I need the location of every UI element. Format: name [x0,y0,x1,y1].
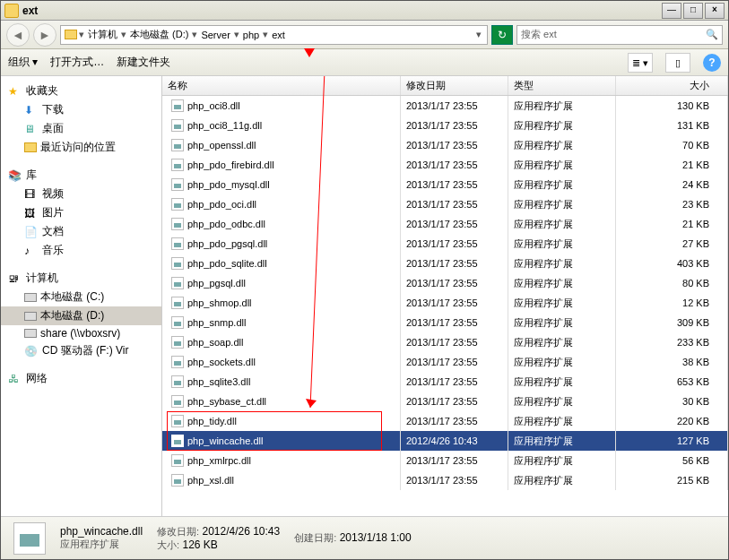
sidebar-item-videos[interactable]: 🎞视频 [1,185,161,203]
file-size: 80 KB [616,273,728,293]
column-name[interactable]: 名称 [162,76,401,95]
file-size: 233 KB [616,332,728,352]
file-size: 653 KB [616,372,728,392]
organize-menu[interactable]: 组织 ▾ [8,55,38,70]
file-row[interactable]: php_oci8_11g.dll2013/1/17 23:55应用程序扩展131… [162,116,728,135]
dropdown-icon[interactable]: ▾ [474,29,483,40]
file-type: 应用程序扩展 [508,470,616,490]
drive-icon [24,312,37,321]
column-size[interactable]: 大小 [616,76,728,95]
file-row[interactable]: php_sqlite3.dll2013/1/17 23:55应用程序扩展653 … [162,372,728,392]
breadcrumb-segment[interactable]: 本地磁盘 (D:) [128,28,190,41]
search-icon: 🔍 [706,29,718,40]
sidebar-item-downloads[interactable]: ⬇下载 [1,100,161,119]
close-button[interactable]: × [705,3,725,19]
file-size: 130 KB [616,96,728,116]
dll-icon [171,159,184,171]
file-row[interactable]: php_soap.dll2013/1/17 23:55应用程序扩展233 KB [162,332,728,352]
file-size: 27 KB [616,234,728,254]
dll-icon [171,375,184,388]
file-date: 2013/1/17 23:55 [401,372,508,392]
library-icon: 📚 [8,169,22,182]
sidebar-item-documents[interactable]: 📄文档 [1,222,161,241]
music-icon: ♪ [24,245,39,257]
breadcrumb-segment[interactable]: 计算机 [86,28,119,41]
file-name: php_pdo_sqlite.dll [187,258,267,269]
file-row[interactable]: php_openssl.dll2013/1/17 23:55应用程序扩展70 K… [162,135,728,155]
back-button[interactable]: ◄ [6,23,30,47]
file-row[interactable]: php_pdo_sqlite.dll2013/1/17 23:55应用程序扩展4… [162,254,728,273]
file-type: 应用程序扩展 [508,372,616,392]
breadcrumb-segment[interactable]: php [241,30,261,40]
dll-icon [171,336,184,349]
new-folder-button[interactable]: 新建文件夹 [117,55,170,70]
open-with-button[interactable]: 打开方式… [50,55,104,70]
refresh-button[interactable]: ↻ [491,25,513,45]
file-name: php_sockets.dll [187,357,256,367]
file-name: php_oci8.dll [187,100,240,111]
sidebar-item-cd[interactable]: 💿CD 驱动器 (F:) Vir [1,341,161,360]
sidebar-item-share[interactable]: share (\\vboxsrv) [1,325,161,341]
file-row[interactable]: php_xmlrpc.dll2013/1/17 23:55应用程序扩展56 KB [162,451,728,470]
download-icon: ⬇ [24,104,39,116]
file-row[interactable]: php_shmop.dll2013/1/17 23:55应用程序扩展12 KB [162,293,728,313]
help-button[interactable]: ? [703,54,721,72]
forward-button[interactable]: ► [33,23,56,47]
document-icon: 📄 [24,226,39,238]
maximize-button[interactable]: □ [683,3,703,19]
search-input[interactable]: 搜索 ext 🔍 [516,25,723,45]
sidebar-item-recent[interactable]: 最近访问的位置 [1,138,161,157]
file-row[interactable]: php_pdo_oci.dll2013/1/17 23:55应用程序扩展23 K… [162,194,728,214]
view-options-button[interactable]: ≣ ▾ [628,53,653,73]
sidebar-item-desktop[interactable]: 🖥桌面 [1,119,161,138]
preview-created-col: 创建日期: 2013/1/18 1:00 [294,531,411,545]
file-type: 应用程序扩展 [508,431,616,451]
file-type: 应用程序扩展 [508,451,616,470]
preview-pane: php_wincache.dll 应用程序扩展 修改日期: 2012/4/26 … [1,516,728,559]
folder-icon [65,30,77,39]
titlebar: ext — □ × [1,1,728,21]
breadcrumb-segment[interactable]: ext [270,30,287,40]
file-row[interactable]: php_oci8.dll2013/1/17 23:55应用程序扩展130 KB [162,96,728,116]
file-row[interactable]: php_xsl.dll2013/1/17 23:55应用程序扩展215 KB [162,470,728,490]
file-row[interactable]: php_sockets.dll2013/1/17 23:55应用程序扩展38 K… [162,352,728,372]
file-row[interactable]: php_snmp.dll2013/1/17 23:55应用程序扩展309 KB [162,313,728,332]
library-group[interactable]: 📚库 [1,166,161,185]
sidebar-item-drive-c[interactable]: 本地磁盘 (C:) [1,288,161,306]
file-date: 2013/1/17 23:55 [401,313,508,332]
file-row[interactable]: php_pdo_mysql.dll2013/1/17 23:55应用程序扩展24… [162,175,728,194]
computer-group[interactable]: 🖳计算机 [1,269,161,288]
dll-icon [171,218,184,230]
file-date: 2012/4/26 10:43 [401,431,508,451]
file-row[interactable]: php_tidy.dll2013/1/17 23:55应用程序扩展220 KB [162,411,728,431]
file-row[interactable]: php_pdo_odbc.dll2013/1/17 23:55应用程序扩展21 … [162,214,728,234]
dll-icon [171,454,184,467]
file-row[interactable]: php_sybase_ct.dll2013/1/17 23:55应用程序扩展30… [162,392,728,411]
file-row[interactable]: php_pdo_firebird.dll2013/1/17 23:55应用程序扩… [162,155,728,175]
network-group[interactable]: 🖧网络 [1,369,161,388]
folder-icon [24,142,37,152]
sidebar-item-music[interactable]: ♪音乐 [1,241,161,260]
breadcrumb-segment[interactable]: Server [199,30,231,40]
favorites-group[interactable]: ★收藏夹 [1,82,161,100]
minimize-button[interactable]: — [662,3,681,19]
sidebar-item-pictures[interactable]: 🖼图片 [1,203,161,222]
preview-pane-button[interactable]: ▯ [665,53,690,73]
dll-icon [171,257,184,270]
column-date[interactable]: 修改日期 [401,76,508,95]
file-date: 2013/1/17 23:55 [401,194,508,214]
address-breadcrumb[interactable]: ▾ 计算机 ▾ 本地磁盘 (D:) ▾ Server ▾ php ▾ ext ▾ [60,25,488,45]
sidebar-item-drive-d[interactable]: 本地磁盘 (D:) [1,306,161,325]
dll-icon [171,198,184,211]
file-row[interactable]: php_pgsql.dll2013/1/17 23:55应用程序扩展80 KB [162,273,728,293]
search-placeholder: 搜索 ext [521,28,557,41]
file-type: 应用程序扩展 [508,175,616,194]
dll-icon [171,356,184,368]
file-name: php_pdo_pgsql.dll [187,238,267,249]
file-list: 名称 修改日期 类型 大小 php_oci8.dll2013/1/17 23:5… [162,76,728,516]
file-date: 2013/1/17 23:55 [401,273,508,293]
file-row[interactable]: php_wincache.dll2012/4/26 10:43应用程序扩展127… [162,431,728,451]
file-row[interactable]: php_pdo_pgsql.dll2013/1/17 23:55应用程序扩展27… [162,234,728,254]
video-icon: 🎞 [24,188,39,201]
column-type[interactable]: 类型 [508,76,616,95]
